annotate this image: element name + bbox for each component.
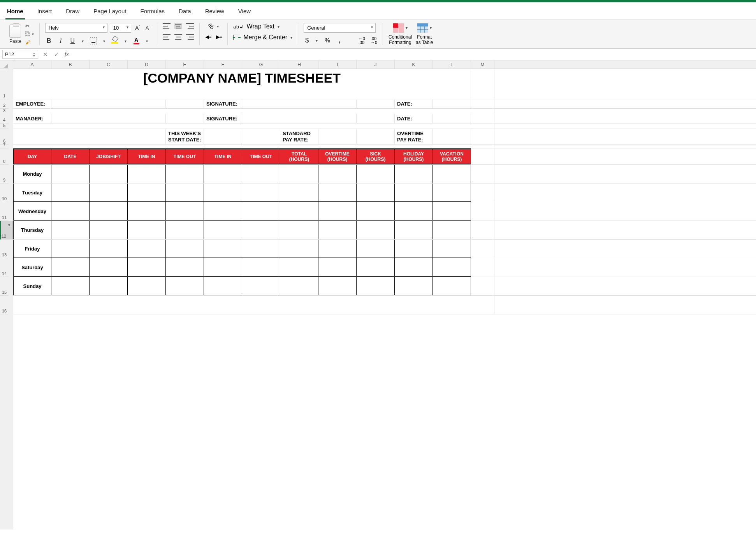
table-cell[interactable] (204, 258, 242, 277)
comma-button[interactable]: , (337, 37, 342, 44)
tab-home[interactable]: Home (5, 5, 25, 19)
table-cell[interactable] (166, 221, 204, 239)
table-header[interactable]: SICK(HOURS) (357, 148, 395, 164)
cell[interactable] (357, 99, 395, 108)
table-cell[interactable] (280, 258, 318, 277)
underline-button[interactable]: U (69, 37, 77, 45)
cell[interactable] (433, 129, 471, 144)
row-header[interactable]: 10 (0, 184, 9, 202)
table-cell[interactable] (204, 165, 242, 183)
table-cell[interactable] (242, 277, 280, 295)
table-cell[interactable] (433, 202, 471, 221)
cell[interactable]: EMPLOYEE: (13, 99, 51, 108)
decrease-font-button[interactable]: Aˇ (144, 24, 151, 32)
cell[interactable]: SIGNATURE: (204, 99, 242, 108)
table-cell[interactable] (166, 277, 204, 295)
table-cell[interactable] (395, 221, 433, 239)
orientation-button[interactable]: ab (207, 22, 216, 30)
table-cell[interactable] (318, 165, 357, 183)
cell[interactable] (471, 69, 494, 99)
cell[interactable] (13, 145, 494, 148)
increase-font-button[interactable]: Aˆ (134, 24, 142, 32)
col-header[interactable]: F (204, 60, 242, 69)
cancel-formula-button[interactable]: ✕ (40, 51, 51, 58)
table-cell[interactable] (318, 277, 357, 295)
table-header[interactable]: DAY (13, 148, 51, 164)
cell[interactable] (357, 114, 395, 123)
paste-icon[interactable] (9, 25, 21, 38)
merge-center-button[interactable]: Merge & Center▾ (233, 34, 292, 41)
col-header[interactable]: J (357, 60, 395, 69)
col-header[interactable]: B (51, 60, 90, 69)
table-cell[interactable] (242, 258, 280, 277)
align-left-button[interactable] (163, 34, 171, 40)
table-cell[interactable] (280, 240, 318, 258)
cell[interactable] (13, 129, 166, 144)
table-header[interactable]: OVERTIME(HOURS) (318, 148, 357, 164)
table-cell[interactable] (128, 202, 166, 221)
col-header[interactable]: K (395, 60, 433, 69)
cell[interactable]: STANDARDPAY RATE: (280, 129, 318, 144)
table-cell[interactable] (395, 202, 433, 221)
table-cell[interactable] (51, 202, 90, 221)
name-box[interactable]: P12 ▲▼ (2, 50, 38, 59)
table-cell[interactable] (128, 277, 166, 295)
formula-input[interactable] (71, 50, 756, 58)
table-cell[interactable] (357, 184, 395, 202)
currency-button[interactable]: $ (304, 37, 310, 44)
table-cell[interactable] (433, 221, 471, 239)
decrease-decimal-button[interactable]: .00→0 (371, 37, 377, 44)
accept-formula-button[interactable]: ✓ (51, 51, 62, 58)
cell[interactable] (471, 221, 494, 239)
row-header[interactable]: 13 (0, 240, 9, 258)
cell[interactable]: DATE: (395, 99, 433, 108)
cell[interactable] (471, 129, 494, 144)
col-header[interactable]: D (128, 60, 166, 69)
table-cell[interactable] (433, 184, 471, 202)
italic-button[interactable]: I (58, 37, 63, 45)
format-as-table-button[interactable]: ▾ Formatas Table (416, 23, 433, 45)
wrap-text-button[interactable]: Wrap Text▾ (233, 23, 280, 30)
table-cell[interactable] (90, 240, 128, 258)
table-cell[interactable] (51, 165, 90, 183)
col-header[interactable]: E (166, 60, 204, 69)
table-cell[interactable] (90, 221, 128, 239)
font-name-select[interactable]: Helv (45, 23, 107, 33)
bold-button[interactable]: B (45, 37, 53, 45)
border-button[interactable] (89, 37, 98, 45)
table-cell[interactable] (51, 277, 90, 295)
cell[interactable] (433, 114, 471, 123)
table-cell[interactable] (128, 184, 166, 202)
day-cell[interactable]: Wednesday (13, 202, 51, 221)
table-cell[interactable] (166, 184, 204, 202)
cell[interactable] (471, 202, 494, 221)
table-cell[interactable] (433, 258, 471, 277)
day-cell[interactable]: Tuesday (13, 184, 51, 202)
tab-insert[interactable]: Insert (36, 5, 54, 19)
table-cell[interactable] (280, 277, 318, 295)
row-header[interactable]: 14 (0, 258, 9, 277)
table-cell[interactable] (280, 221, 318, 239)
table-cell[interactable] (318, 184, 357, 202)
cell[interactable]: SIGNATURE: (204, 114, 242, 123)
cell[interactable] (471, 148, 494, 164)
cell[interactable] (166, 114, 204, 123)
table-cell[interactable] (242, 240, 280, 258)
table-cell[interactable] (433, 277, 471, 295)
table-cell[interactable] (318, 202, 357, 221)
table-cell[interactable] (51, 258, 90, 277)
cell[interactable] (471, 99, 494, 108)
cell[interactable] (471, 277, 494, 295)
table-cell[interactable] (395, 240, 433, 258)
table-cell[interactable] (395, 165, 433, 183)
table-header[interactable]: TIME OUT (166, 148, 204, 164)
row-header[interactable]: 8 (0, 148, 9, 165)
table-header[interactable]: DATE (51, 148, 90, 164)
table-cell[interactable] (357, 221, 395, 239)
cell[interactable]: THIS WEEK'SSTART DATE: (166, 129, 204, 144)
table-cell[interactable] (433, 240, 471, 258)
cell[interactable] (357, 129, 395, 144)
col-header[interactable]: A (13, 60, 51, 69)
align-bottom-button[interactable] (186, 23, 194, 29)
table-cell[interactable] (90, 258, 128, 277)
